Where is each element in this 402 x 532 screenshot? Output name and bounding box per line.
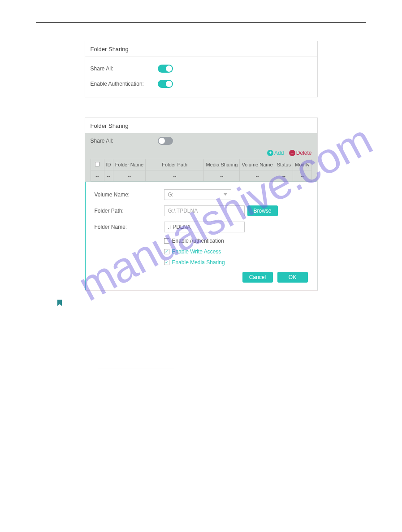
folder-path-label: Folder Path:	[95, 208, 164, 214]
col-folder-name: Folder Name	[113, 159, 146, 170]
add-icon[interactable]: +	[267, 150, 273, 156]
share-all-toggle[interactable]	[158, 65, 173, 73]
select-all-checkbox[interactable]	[95, 162, 99, 166]
col-folder-path: Folder Path	[146, 159, 204, 170]
panel-title: Folder Sharing	[85, 41, 317, 57]
volume-name-label: Volume Name:	[95, 192, 164, 198]
add-button[interactable]: Add	[274, 150, 284, 156]
col-id: ID	[104, 159, 113, 170]
folder-path-input[interactable]: G:/.TPDLNA	[164, 205, 245, 216]
table-row: -- -- -- -- -- -- -- --	[91, 170, 311, 181]
chevron-down-icon	[224, 193, 227, 196]
enable-media-cb-label: Enable Media Sharing	[172, 259, 225, 266]
cancel-button[interactable]: Cancel	[242, 272, 273, 283]
panel2-title: Folder Sharing	[85, 118, 317, 133]
folder-sharing-panel-1: Folder Sharing Share All: Enable Authent…	[85, 41, 318, 97]
folder-sharing-panel-2: Folder Sharing Share All: +Add –Delete I…	[85, 118, 318, 291]
col-media-sharing: Media Sharing	[204, 159, 240, 170]
col-modify: Modify	[293, 159, 311, 170]
underline-rule	[98, 369, 174, 369]
enable-write-checkbox[interactable]: ✓	[164, 249, 169, 254]
share-all-label-2: Share All:	[91, 138, 158, 144]
share-all-toggle-2[interactable]	[158, 137, 173, 145]
enable-media-checkbox[interactable]: ✓	[164, 260, 169, 265]
enable-auth-cb-label: Enable Authentication	[172, 238, 224, 244]
folder-name-input[interactable]: .TPDLNA	[164, 222, 245, 232]
enable-auth-checkbox[interactable]	[164, 238, 169, 244]
bookmark-icon	[57, 300, 366, 306]
enable-write-cb-label: Enable Write Access	[172, 249, 221, 255]
delete-button[interactable]: Delete	[296, 150, 312, 156]
folder-name-label: Folder Name:	[95, 224, 164, 230]
add-folder-form: Volume Name: G: Folder Path: G:/.TPDLNA …	[85, 182, 317, 290]
ok-button[interactable]: OK	[277, 272, 308, 283]
volume-name-select[interactable]: G:	[164, 189, 231, 200]
col-volume-name: Volume Name	[240, 159, 275, 170]
enable-auth-label: Enable Authentication:	[91, 81, 158, 87]
folder-table: ID Folder Name Folder Path Media Sharing…	[91, 159, 312, 182]
browse-button[interactable]: Browse	[247, 205, 278, 216]
delete-icon[interactable]: –	[289, 150, 295, 156]
enable-auth-toggle[interactable]	[158, 80, 173, 88]
share-all-label: Share All:	[91, 65, 158, 72]
col-status: Status	[275, 159, 293, 170]
